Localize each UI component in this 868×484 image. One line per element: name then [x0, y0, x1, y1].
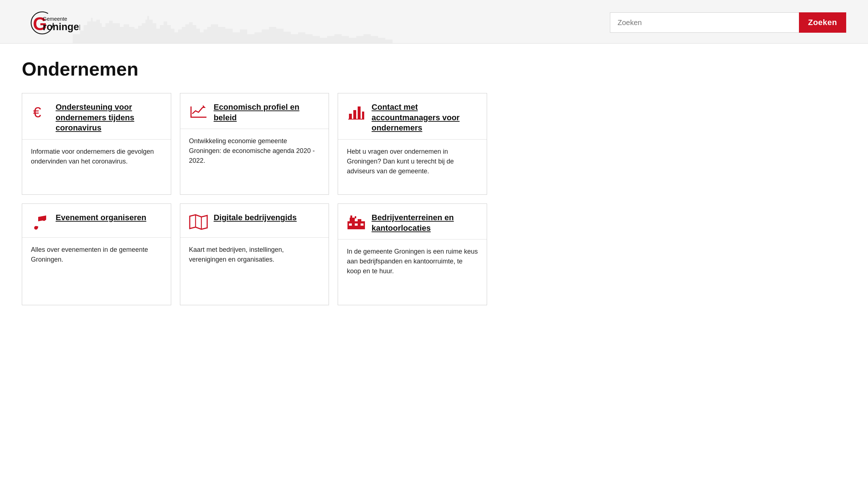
music-icon: [31, 213, 50, 231]
search-area: Zoeken: [610, 12, 846, 33]
card-bedrijventerreinen-top: Bedrijventerreinen en kantoorlocaties: [338, 204, 487, 239]
city-silhouette: [73, 14, 400, 43]
svg-text:€: €: [33, 104, 41, 120]
svg-rect-25: [361, 223, 363, 226]
card-economisch-link[interactable]: Economisch profiel en beleid: [214, 102, 320, 123]
svg-rect-22: [355, 216, 356, 218]
svg-text:roningen: roningen: [43, 21, 80, 32]
svg-marker-4: [73, 16, 400, 43]
card-evenement: Evenement organiseren Alles over eveneme…: [22, 203, 171, 305]
svg-text:Gemeente: Gemeente: [43, 16, 67, 22]
svg-rect-6: [190, 117, 206, 118]
card-corona: € Ondersteuning voor ondernemers tijdens…: [22, 93, 171, 195]
search-button[interactable]: Zoeken: [799, 12, 846, 33]
svg-point-14: [34, 226, 38, 230]
card-bedrijventerreinen: Bedrijventerreinen en kantoorlocaties In…: [338, 203, 487, 305]
card-bedrijventerreinen-link[interactable]: Bedrijventerreinen en kantoorlocaties: [371, 213, 478, 233]
card-bedrijvengids-top: Digitale bedrijvengids: [180, 204, 329, 238]
cards-grid: € Ondersteuning voor ondernemers tijdens…: [22, 93, 487, 305]
svg-rect-24: [355, 223, 358, 226]
card-evenement-desc: Alles over evenementen in de gemeente Gr…: [22, 238, 171, 272]
header: G roningen Gemeente Zoeken: [0, 0, 868, 44]
logo-area: G roningen Gemeente: [22, 7, 80, 39]
logo: G roningen Gemeente: [22, 7, 80, 39]
svg-rect-13: [348, 119, 364, 120]
card-contact-desc: Hebt u vragen over ondernemen in Groning…: [338, 140, 487, 183]
card-bedrijvengids-desc: Kaart met bedrijven, instellingen, veren…: [180, 238, 329, 272]
page-title: Ondernemen: [22, 58, 487, 80]
card-corona-link[interactable]: Ondersteuning voor ondernemers tijdens c…: [56, 102, 162, 133]
svg-marker-8: [203, 105, 206, 108]
main-content: Ondernemen € Ondersteuning voor ondernem…: [0, 44, 509, 327]
svg-rect-9: [349, 114, 352, 119]
svg-rect-12: [362, 112, 364, 119]
svg-rect-23: [349, 223, 352, 226]
svg-rect-11: [358, 106, 361, 119]
card-contact-top: Contact met accountmanagers voor onderne…: [338, 93, 487, 140]
card-corona-desc: Informatie voor ondernemers die gevolgen…: [22, 140, 171, 174]
card-evenement-top: Evenement organiseren: [22, 204, 171, 238]
card-contact-link[interactable]: Contact met accountmanagers voor onderne…: [371, 102, 478, 133]
svg-rect-20: [358, 219, 361, 222]
svg-rect-21: [350, 215, 352, 218]
card-corona-top: € Ondersteuning voor ondernemers tijdens…: [22, 93, 171, 140]
card-bedrijventerreinen-desc: In de gemeente Groningen is een ruime ke…: [338, 239, 487, 283]
card-bedrijvengids-link[interactable]: Digitale bedrijvengids: [214, 213, 297, 223]
bar-chart-icon: [347, 102, 366, 121]
map-icon: [189, 213, 208, 231]
card-economisch-desc: Ontwikkeling economie gemeente Groningen…: [180, 129, 329, 173]
euro-icon: €: [31, 102, 50, 121]
card-evenement-link[interactable]: Evenement organiseren: [56, 213, 146, 223]
svg-point-15: [42, 217, 46, 221]
factory-icon: [347, 213, 366, 231]
svg-rect-10: [353, 110, 356, 119]
chart-up-icon: [189, 102, 208, 121]
card-bedrijvengids: Digitale bedrijvengids Kaart met bedrijv…: [180, 203, 329, 305]
search-input[interactable]: [610, 12, 799, 33]
card-contact: Contact met accountmanagers voor onderne…: [338, 93, 487, 195]
card-economisch-top: Economisch profiel en beleid: [180, 93, 329, 129]
svg-rect-7: [190, 106, 192, 118]
card-economisch: Economisch profiel en beleid Ontwikkelin…: [180, 93, 329, 195]
